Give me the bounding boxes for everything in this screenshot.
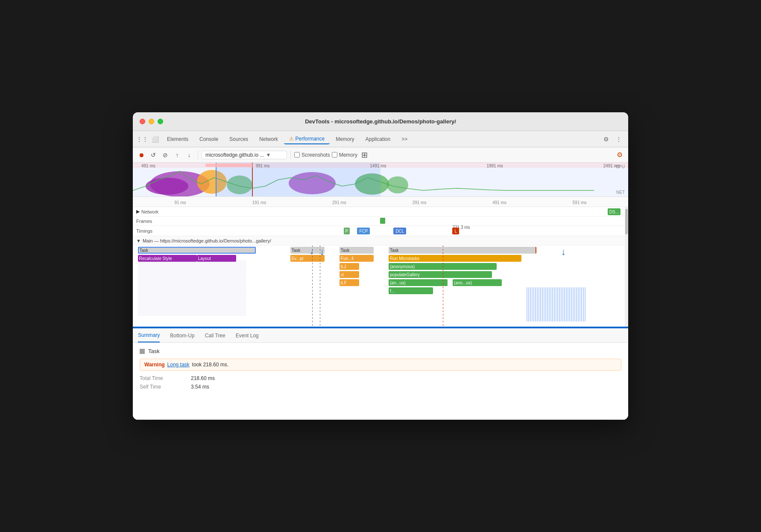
- long-task-link[interactable]: Long task: [167, 362, 190, 368]
- warning-text: took 218.60 ms.: [192, 362, 228, 368]
- tab-performance[interactable]: ⚠ ⚠ Performance Performance: [284, 134, 330, 144]
- title-bar: DevTools - microsoftedge.github.io/Demos…: [133, 112, 628, 131]
- device-toggle-icon[interactable]: ⬜: [149, 133, 161, 145]
- time-291: 291 ms: [332, 200, 346, 205]
- task-color-icon: [140, 349, 145, 354]
- vi-bar[interactable]: vi: [340, 271, 359, 278]
- network-ds-chip: DS...: [608, 208, 621, 215]
- tab-more[interactable]: >>: [396, 134, 413, 144]
- frames-label: Frames: [136, 219, 152, 224]
- task-bar-3[interactable]: Task: [340, 247, 374, 254]
- flame-noise-left: [138, 260, 246, 316]
- network-label: Network: [141, 209, 158, 214]
- svg-point-1: [146, 178, 188, 195]
- timings-row: Timings 721.3 ms P FCP DCL L: [133, 226, 625, 236]
- dropdown-icon[interactable]: ▼: [266, 152, 271, 158]
- timing-l-chip: L: [452, 228, 459, 234]
- network-expand-icon[interactable]: ▶: [136, 209, 140, 214]
- self-time-label: Self Time: [140, 384, 174, 390]
- network-row: ▶ Network DS...: [133, 207, 625, 216]
- reload-button[interactable]: ↺: [148, 150, 158, 160]
- tab-sources[interactable]: Sources: [224, 134, 253, 144]
- time-391: 391 ms: [413, 200, 427, 205]
- perf-settings-icon[interactable]: ⚙: [615, 150, 625, 160]
- time-ruler: 91 ms 191 ms 291 ms 391 ms 491 ms 591 ms: [133, 197, 628, 207]
- task-label: Task: [148, 348, 160, 354]
- flame-chart: ↓ ↓ ↓ Task Task Task Task: [133, 246, 625, 327]
- dense-tasks-right: [527, 287, 585, 322]
- anon-us-bar2[interactable]: (ano...us): [453, 279, 502, 286]
- vertical-scrollbar[interactable]: [625, 207, 628, 327]
- clear-button[interactable]: ⊘: [160, 150, 170, 160]
- screenshots-checkbox[interactable]: [294, 152, 300, 158]
- tab-bottom-up[interactable]: Bottom-Up: [170, 329, 194, 342]
- tab-memory[interactable]: Memory: [331, 134, 359, 144]
- scrollbar-thumb[interactable]: [625, 209, 628, 234]
- run-microtasks-bar[interactable]: Run Microtasks: [389, 255, 521, 262]
- frames-row: Frames: [133, 216, 625, 226]
- settings-icon[interactable]: ⚙: [600, 133, 612, 145]
- time-91: 91 ms: [174, 200, 186, 205]
- tif-bar[interactable]: ti.F: [340, 279, 359, 286]
- upload-button[interactable]: ↑: [172, 150, 182, 160]
- net-label: NET: [616, 190, 625, 195]
- memory-checkbox-group: Memory: [332, 152, 357, 158]
- inspector-icon[interactable]: ⋮⋮: [136, 133, 148, 145]
- warning-row: Warning Long task took 218.60 ms.: [140, 359, 621, 371]
- total-time-value: 218.60 ms: [191, 375, 215, 381]
- summary-panel: Task Warning Long task took 218.60 ms. T…: [133, 343, 628, 420]
- tab-network[interactable]: Network: [254, 134, 283, 144]
- tab-application[interactable]: Application: [360, 134, 396, 144]
- url-display: microsoftedge.github.io ... ▼: [202, 151, 287, 159]
- tab-console[interactable]: Console: [194, 134, 223, 144]
- flamegraph-container: ▶ Network DS... Frames: [133, 207, 628, 327]
- populate-gallery-bar[interactable]: populateGallery: [389, 271, 492, 278]
- traffic-lights: [140, 119, 163, 124]
- warning-triangle-icon: ⚠: [289, 136, 294, 142]
- performance-toolbar: ⏺ ↺ ⊘ ↑ ↓ microsoftedge.github.io ... ▼ …: [133, 147, 628, 163]
- timing-p-chip: P: [344, 228, 350, 234]
- time-591: 591 ms: [573, 200, 587, 205]
- task-bar-1[interactable]: Task: [138, 247, 256, 254]
- cpu-overview-chart: CPU NET 491 ms 991 ms 1491 ms 1991 ms 24…: [133, 163, 628, 197]
- task-bar-4[interactable]: Task: [389, 247, 536, 254]
- vline-red: [443, 246, 443, 327]
- maximize-button[interactable]: [158, 119, 163, 124]
- devtools-window: DevTools - microsoftedge.github.io/Demos…: [133, 112, 628, 420]
- timing-fcp-chip: FCP: [357, 228, 370, 234]
- tij-bar[interactable]: ti.J: [340, 263, 359, 270]
- total-time-row: Total Time 218.60 ms: [140, 374, 621, 383]
- tab-elements[interactable]: Elements: [162, 134, 193, 144]
- screenshots-checkbox-group: Screenshots: [294, 152, 330, 158]
- self-time-value: 3.54 ms: [191, 384, 209, 390]
- anon-us-bar1[interactable]: (an...us): [389, 279, 448, 286]
- minimize-button[interactable]: [149, 119, 154, 124]
- funll-bar[interactable]: Fun...ll: [340, 255, 374, 262]
- total-time-label: Total Time: [140, 375, 174, 381]
- tab-call-tree[interactable]: Call Tree: [205, 329, 225, 342]
- bottom-tab-bar: Summary Bottom-Up Call Tree Event Log: [133, 327, 628, 343]
- vline-1: [312, 246, 313, 327]
- timing-dcl-chip: DCL: [393, 228, 406, 234]
- time-191: 191 ms: [252, 200, 266, 205]
- frame-chip: [380, 218, 385, 224]
- summary-task-title: Task: [140, 348, 621, 354]
- more-options-icon[interactable]: ⋮: [613, 133, 625, 145]
- tab-event-log[interactable]: Event Log: [236, 329, 259, 342]
- f-bar[interactable]: f...: [389, 287, 433, 294]
- record-button[interactable]: ⏺: [136, 150, 146, 160]
- flame-row-1: Task Task Task Task: [133, 246, 625, 254]
- timestamps-top: 491 ms 991 ms 1491 ms 1991 ms 2491 ms: [133, 164, 628, 168]
- close-button[interactable]: [140, 119, 145, 124]
- window-title: DevTools - microsoftedge.github.io/Demos…: [305, 118, 456, 125]
- vline-2: [320, 246, 320, 327]
- timings-label: Timings: [136, 228, 152, 234]
- download-button[interactable]: ↓: [184, 150, 194, 160]
- tab-summary[interactable]: Summary: [138, 329, 160, 342]
- warning-label: Warning: [144, 362, 165, 368]
- self-time-row: Self Time 3.54 ms: [140, 383, 621, 391]
- cpu-throttle-icon[interactable]: ⊞: [359, 150, 369, 160]
- main-expand-icon[interactable]: ▼: [136, 238, 141, 243]
- main-row-label: ▼ Main — https://microsoftedge.github.io…: [133, 236, 625, 246]
- memory-checkbox[interactable]: [332, 152, 337, 158]
